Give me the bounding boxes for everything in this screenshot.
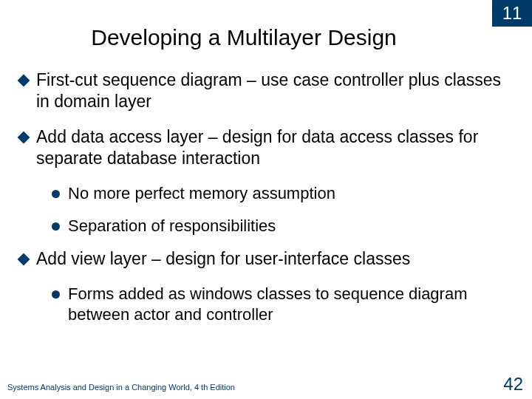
diamond-bullet-icon	[18, 75, 30, 87]
list-item: Forms added as windows classes to sequen…	[52, 284, 513, 325]
list-item-text: First-cut sequence diagram – use case co…	[36, 69, 513, 113]
page-number: 42	[503, 374, 523, 395]
list-item: First-cut sequence diagram – use case co…	[19, 69, 513, 113]
dot-bullet-icon	[52, 190, 60, 198]
dot-bullet-icon	[52, 290, 60, 299]
chapter-number-box: 11	[492, 0, 532, 27]
dot-bullet-icon	[52, 222, 60, 231]
list-item-text: Add data access layer – design for data …	[36, 126, 513, 170]
list-item-text: No more perfect memory assumption	[68, 183, 513, 204]
list-item: Separation of responsibilities	[52, 216, 513, 236]
list-item: Add view layer – design for user-interfa…	[19, 248, 513, 270]
diamond-bullet-icon	[18, 131, 30, 143]
chapter-number: 11	[502, 3, 522, 23]
slide-body: First-cut sequence diagram – use case co…	[19, 69, 513, 337]
list-item-text: Add view layer – design for user-interfa…	[36, 248, 513, 270]
list-item: Add data access layer – design for data …	[19, 126, 513, 170]
footer-text: Systems Analysis and Design in a Changin…	[7, 383, 235, 392]
list-item-text: Separation of responsibilities	[68, 216, 513, 236]
slide-title: Developing a Multilayer Design	[0, 25, 488, 50]
list-item: No more perfect memory assumption	[52, 183, 513, 204]
diamond-bullet-icon	[18, 253, 30, 266]
list-item-text: Forms added as windows classes to sequen…	[68, 284, 513, 325]
